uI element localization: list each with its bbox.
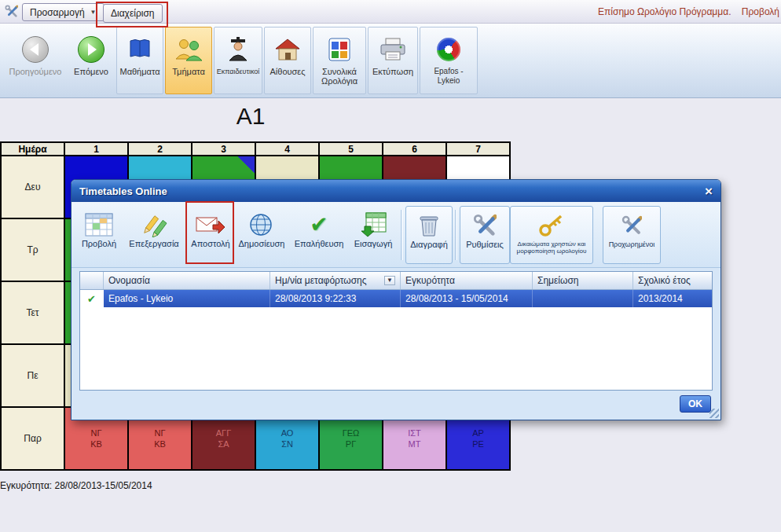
print-button[interactable]: Εκτύπωση <box>368 27 418 94</box>
verify-check-icon: ✔ <box>310 210 328 240</box>
edit-pencils-icon <box>141 210 167 240</box>
column-header-name[interactable]: Ονομασία <box>104 272 270 289</box>
import-button[interactable]: Εισαγωγή <box>348 206 398 264</box>
chevron-down-icon: ▼ <box>90 9 97 16</box>
resize-grip[interactable] <box>710 409 719 418</box>
period-header: 3 <box>192 142 255 156</box>
period-header: 4 <box>255 142 319 156</box>
validity-status-text: Εγκυρότητα: 28/08/2013-15/05/2014 <box>0 480 152 491</box>
overall-schedules-button[interactable]: Συνολικά Ωρολόγια <box>313 27 366 94</box>
settings-button[interactable]: Ρυθμίσεις <box>460 206 510 264</box>
previous-icon <box>22 32 49 67</box>
permissions-key-icon <box>538 211 565 240</box>
day-label: Πε <box>1 344 64 407</box>
dialog-toolbar: Προβολή Επεξεργασία Αποστολή Δημοσίευση <box>72 202 720 268</box>
settings-tools-icon <box>473 211 497 240</box>
advanced-button[interactable]: Προχωρημένοι <box>603 206 661 264</box>
view-button[interactable]: Προβολή <box>78 206 120 264</box>
delete-bin-icon <box>418 211 440 240</box>
column-header-validity[interactable]: Εγκυρότητα <box>401 272 533 289</box>
rooms-house-icon <box>274 32 301 67</box>
table-header-row: Ονομασία Ημ/νία μεταφόρτωσης ▼ Εγκυρότητ… <box>80 272 712 290</box>
next-button[interactable]: Επόμενο <box>68 27 115 94</box>
publish-button[interactable]: Δημοσίευση <box>233 206 290 264</box>
permissions-button[interactable]: Δικαιώματα χρηστών και μορφοποίηση ωρολο… <box>510 206 593 264</box>
grid-view-icon <box>85 210 113 240</box>
dialog-titlebar[interactable]: Timetables Online × <box>72 180 720 202</box>
period-header: 1 <box>64 142 128 156</box>
topbar-links: Επίσημο Ωρολόγιο Πρόγραμμα. Προβολή <box>590 6 779 17</box>
verify-button[interactable]: ✔ Επαλήθευση <box>290 206 348 264</box>
cell-upload-date: 28/08/2013 9:22:33 <box>270 290 401 307</box>
column-header-upload-date[interactable]: Ημ/νία μεταφόρτωσης ▼ <box>270 272 401 289</box>
schedule-row[interactable]: ✔ Epafos - Lykeio 28/08/2013 9:22:33 28/… <box>80 290 712 307</box>
send-button[interactable]: Αποστολή <box>188 206 233 264</box>
period-header: 5 <box>319 142 383 156</box>
toolbar-ribbon: Προηγούμενο Επόμενο Μαθήματα Τμήματα Εκπ… <box>0 24 781 98</box>
day-label: Παρ <box>1 407 64 470</box>
lessons-book-icon <box>127 32 152 67</box>
send-envelope-icon <box>196 210 226 240</box>
sort-desc-icon[interactable]: ▼ <box>384 276 395 285</box>
column-header-check[interactable] <box>80 272 104 289</box>
print-icon <box>380 32 406 67</box>
timetables-online-dialog: Timetables Online × Προβολή Επεξεργασία <box>71 179 721 420</box>
day-label: Τετ <box>1 281 64 344</box>
period-header: 7 <box>446 142 510 156</box>
customize-dropdown-button[interactable]: Προσαρμογή ▼ <box>22 3 104 21</box>
cell-note <box>533 290 633 307</box>
close-icon[interactable]: × <box>705 185 713 198</box>
toolbar-separator <box>455 210 457 260</box>
ok-button[interactable]: OK <box>680 395 711 413</box>
previous-button[interactable]: Προηγούμενο <box>5 27 66 94</box>
period-header: 2 <box>128 142 192 156</box>
cell-validity: 28/08/2013 - 15/05/2014 <box>401 290 533 307</box>
advanced-tools-icon <box>622 211 642 240</box>
import-table-icon <box>360 210 387 240</box>
day-label: Δευ <box>1 156 64 218</box>
app-window: A1 Ημέρα 1 2 3 4 5 6 7 Δευ ΕΠ Τρ <box>0 0 781 532</box>
classes-button[interactable]: Τμήματα <box>165 27 212 94</box>
manage-button[interactable]: Διαχείριση <box>103 4 163 23</box>
class-title: A1 <box>187 103 314 130</box>
epafos-button[interactable]: Epafos - Lykeio <box>420 27 478 94</box>
lessons-button[interactable]: Μαθήματα <box>116 27 163 94</box>
table-empty-area <box>80 307 712 390</box>
edit-button[interactable]: Επεξεργασία <box>120 206 188 264</box>
period-header: 6 <box>383 142 446 156</box>
next-icon <box>78 32 104 67</box>
cell-school-year: 2013/2014 <box>633 290 712 307</box>
view-link[interactable]: Προβολή <box>742 6 779 17</box>
column-header-school-year[interactable]: Σχολικό έτος <box>633 272 712 289</box>
overall-schedules-icon <box>328 32 351 67</box>
teachers-button[interactable]: Εκπαιδευτικοί <box>214 27 262 94</box>
publish-globe-icon <box>249 210 274 240</box>
toolbar-separator <box>401 210 403 260</box>
rooms-button[interactable]: Αίθουσες <box>264 27 311 94</box>
classes-people-icon <box>174 32 204 67</box>
schedule-list-table: Ονομασία Ημ/νία μεταφόρτωσης ▼ Εγκυρότητ… <box>79 271 713 391</box>
column-header-note[interactable]: Σημείωση <box>533 272 633 289</box>
dialog-title: Timetables Online <box>79 185 167 197</box>
delete-button[interactable]: Διαγραφή <box>405 206 453 264</box>
row-check-icon: ✔ <box>87 293 96 305</box>
day-label: Τρ <box>1 218 64 281</box>
official-schedule-link[interactable]: Επίσημο Ωρολόγιο Πρόγραμμα. <box>598 6 731 17</box>
teachers-icon <box>226 32 250 67</box>
tools-icon <box>5 5 18 21</box>
day-column-header: Ημέρα <box>1 142 64 156</box>
cell-name: Epafos - Lykeio <box>104 290 270 307</box>
epafos-logo-icon <box>437 32 460 67</box>
menu-bar: Προσαρμογή ▼ Διαχείριση Επίσημο Ωρολόγιο… <box>0 0 781 24</box>
